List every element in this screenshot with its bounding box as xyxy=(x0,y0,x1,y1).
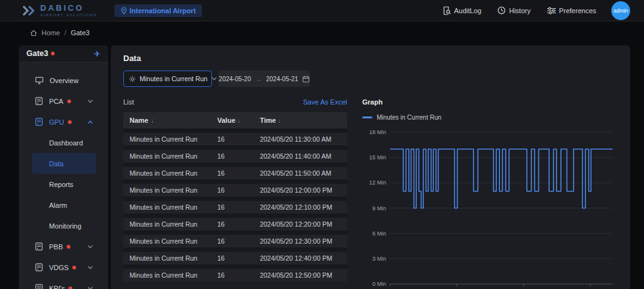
server-icon xyxy=(35,97,43,105)
svg-text:0 Min: 0 Min xyxy=(372,281,386,287)
app-window: DABICO AIRPORT SOLUTIONS International A… xyxy=(0,0,644,289)
sidebar-item-pca[interactable]: PCA xyxy=(19,91,108,111)
data-table: Name ↓ Value ↓ Time ↓ Minutes in Curren xyxy=(123,112,347,281)
sidebar-subitem-reports[interactable]: Reports xyxy=(32,174,96,195)
date-range-picker[interactable]: 2024-05-20 → 2024-05-21 xyxy=(218,71,310,87)
table-row[interactable]: Minutes in Current Run 16 2024/05/20 12:… xyxy=(123,218,347,230)
sidebar-item-overview[interactable]: Overview xyxy=(19,70,108,91)
breadcrumb-home[interactable]: Home xyxy=(42,29,60,37)
table-row[interactable]: Minutes in Current Run 16 2024/05/20 12:… xyxy=(123,201,347,213)
column-header-name[interactable]: Name ↓ xyxy=(123,116,218,124)
cell-name: Minutes in Current Run xyxy=(123,254,218,262)
chevron-up-icon xyxy=(87,120,93,124)
chevron-down-icon xyxy=(87,245,93,249)
svg-text:6 Min: 6 Min xyxy=(372,230,386,237)
page-title: Data xyxy=(123,54,618,63)
brand-logo[interactable]: DABICO AIRPORT SOLUTIONS xyxy=(23,4,97,17)
sidebar-item-vdgs[interactable]: VDGS xyxy=(19,257,108,278)
cell-time: 2024/05/20 11:30:00 AM xyxy=(260,135,347,143)
graph-label: Graph xyxy=(362,98,382,106)
svg-text:9 Min: 9 Min xyxy=(372,205,386,212)
sidebar-item-label: VDGS xyxy=(49,264,69,271)
alert-dot xyxy=(68,120,72,124)
sidebar-item-label: Overview xyxy=(50,77,79,84)
sort-icon[interactable]: ↓ xyxy=(151,117,154,124)
table-row[interactable]: Minutes in Current Run 16 2024/05/20 12:… xyxy=(123,269,347,281)
home-icon xyxy=(30,30,37,37)
sidebar-subitem-alarm[interactable]: Alarm xyxy=(32,195,96,215)
sidebar-menu: Overview PCA GPU Dashboard Data Reports … xyxy=(19,62,108,289)
cell-time: 2024/05/20 12:50:00 PM xyxy=(260,271,347,279)
sidebar-item-gpu[interactable]: GPU xyxy=(19,111,108,132)
column-header-time[interactable]: Time ↓ xyxy=(260,116,347,124)
server-icon xyxy=(35,263,43,271)
history-button[interactable]: History xyxy=(497,6,530,14)
user-avatar[interactable]: admin xyxy=(611,1,630,20)
airplane-icon[interactable]: ✈ xyxy=(94,49,101,59)
calendar-icon xyxy=(303,76,309,82)
airport-badge[interactable]: International Airport xyxy=(114,4,202,17)
sidebar-header: Gate3 ✈ xyxy=(19,45,108,62)
table-row[interactable]: Minutes in Current Run 16 2024/05/20 11:… xyxy=(123,167,347,179)
cell-value: 16 xyxy=(218,203,260,211)
sidebar: Gate3 ✈ Overview PCA GPU Dashboard Data … xyxy=(19,45,108,289)
audit-log-button[interactable]: AuditLog xyxy=(443,6,481,15)
cell-time: 2024/05/20 12:40:00 PM xyxy=(260,254,347,262)
sidebar-item-label: KPI's xyxy=(49,285,65,289)
sidebar-item-pbb[interactable]: PBB xyxy=(19,236,108,257)
server-icon xyxy=(35,118,43,126)
table-row[interactable]: Minutes in Current Run 16 2024/05/20 12:… xyxy=(123,252,347,264)
sidebar-subitem-dashboard[interactable]: Dashboard xyxy=(32,132,96,153)
column-header-value[interactable]: Value ↓ xyxy=(218,116,260,124)
preferences-button[interactable]: Preferences xyxy=(547,7,596,14)
sidebar-subitem-label: Reports xyxy=(49,181,74,188)
logo-name: DABICO xyxy=(40,4,97,12)
history-label: History xyxy=(509,7,530,14)
sort-icon[interactable]: ↓ xyxy=(237,117,240,124)
logo-chevrons-icon xyxy=(23,6,36,16)
sidebar-item-label: PBB xyxy=(49,243,63,251)
save-as-excel-link[interactable]: Save As Excel xyxy=(303,98,347,106)
cell-time: 2024/05/20 12:10:00 PM xyxy=(260,203,347,211)
alert-dot xyxy=(67,245,70,249)
sidebar-subitem-monitoring[interactable]: Monitoring xyxy=(32,215,96,236)
date-end: 2024-05-21 xyxy=(266,76,298,82)
top-header: DABICO AIRPORT SOLUTIONS International A… xyxy=(0,0,644,21)
breadcrumb-separator: / xyxy=(64,29,66,37)
sort-icon[interactable]: ↓ xyxy=(278,117,281,124)
logo-text: DABICO AIRPORT SOLUTIONS xyxy=(40,4,97,17)
column-name-label: Name xyxy=(130,116,148,124)
chart-legend[interactable]: Minutes in Current Run xyxy=(362,112,618,122)
chevron-down-icon xyxy=(211,77,217,81)
table-row[interactable]: Minutes in Current Run 16 2024/05/20 11:… xyxy=(123,133,347,145)
list-header: List Save As Excel xyxy=(123,96,347,108)
sidebar-item-label: PCA xyxy=(49,98,64,105)
sidebar-subitem-data[interactable]: Data xyxy=(32,153,96,174)
table-row[interactable]: Minutes in Current Run 16 2024/05/20 12:… xyxy=(123,184,347,196)
list-label: List xyxy=(123,98,134,106)
alert-dot xyxy=(69,286,72,289)
column-time-label: Time xyxy=(260,116,275,124)
metric-select[interactable]: Minutes in Current Run xyxy=(123,71,212,87)
graph-canvas: 0 Min3 Min6 Min9 Min12 Min15 Min18 Min20… xyxy=(362,123,618,289)
audit-log-icon xyxy=(443,6,451,15)
sidebar-subitem-label: Dashboard xyxy=(49,139,83,147)
table-row[interactable]: Minutes in Current Run 16 2024/05/20 11:… xyxy=(123,150,347,162)
monitor-icon xyxy=(35,77,43,84)
cell-name: Minutes in Current Run xyxy=(123,152,218,160)
server-icon xyxy=(35,242,43,251)
preferences-label: Preferences xyxy=(559,7,596,14)
metric-select-value: Minutes in Current Run xyxy=(140,75,208,82)
sidebar-item-kpis[interactable]: KPI's xyxy=(19,278,108,289)
chevron-down-icon xyxy=(87,266,93,269)
cell-value: 16 xyxy=(218,237,260,245)
preferences-icon xyxy=(547,7,556,14)
cell-value: 16 xyxy=(218,135,260,143)
cell-time: 2024/05/20 12:00:00 PM xyxy=(260,186,347,194)
legend-label: Minutes in Current Run xyxy=(377,114,441,121)
airport-badge-label: International Airport xyxy=(130,7,196,14)
range-arrow: → xyxy=(255,76,262,82)
legend-line-swatch xyxy=(362,116,372,118)
table-row[interactable]: Minutes in Current Run 16 2024/05/20 12:… xyxy=(123,235,347,247)
cell-name: Minutes in Current Run xyxy=(123,237,218,245)
